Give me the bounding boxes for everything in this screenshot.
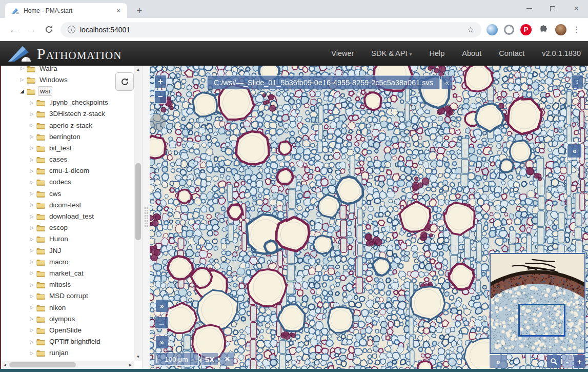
back-button[interactable]: ← bbox=[7, 23, 21, 37]
caret-collapsed-icon[interactable]: ▷ bbox=[28, 191, 35, 196]
tree-item-label[interactable]: wsi bbox=[38, 86, 52, 96]
caret-collapsed-icon[interactable]: ▷ bbox=[28, 350, 35, 356]
tree-item-label[interactable]: mitosis bbox=[48, 280, 72, 289]
extensions-puzzle-button[interactable] bbox=[538, 24, 549, 35]
forward-button[interactable]: → bbox=[24, 23, 38, 37]
overview-map[interactable] bbox=[490, 253, 585, 354]
scroll-up-icon[interactable]: ▲ bbox=[134, 66, 142, 73]
caret-collapsed-icon[interactable]: ▷ bbox=[28, 293, 35, 299]
profile-avatar[interactable] bbox=[555, 24, 566, 35]
window-maximize-button[interactable] bbox=[541, 0, 564, 17]
tree-item-windows[interactable]: ▷ Windows bbox=[1, 74, 134, 85]
site-info-icon[interactable]: i bbox=[68, 26, 75, 33]
horizontal-scroll-thumb[interactable] bbox=[9, 362, 76, 367]
tree-horizontal-scrollbar[interactable]: ◄ ► bbox=[1, 361, 134, 369]
caret-collapsed-icon[interactable]: ▷ bbox=[28, 168, 35, 173]
nav-item-help[interactable]: Help bbox=[429, 49, 444, 57]
tree-item-codecs[interactable]: ▷ codecs bbox=[1, 177, 134, 188]
tree-item-label[interactable]: Windows bbox=[38, 75, 69, 84]
scroll-left-icon[interactable]: ◄ bbox=[1, 363, 9, 367]
tree-item-label[interactable]: macro bbox=[48, 258, 70, 266]
pager-forward-button-2[interactable]: » bbox=[154, 334, 170, 350]
tree-item-berrington[interactable]: ▷ berrington bbox=[1, 131, 134, 142]
tree-item-label[interactable]: escop bbox=[48, 223, 69, 232]
tree-item-qptiff-brightfield[interactable]: ▷ QPTiff brightfield bbox=[1, 336, 134, 347]
tree-item-dicom-test[interactable]: ▷ dicom-test bbox=[1, 199, 134, 210]
caret-collapsed-icon[interactable]: ▷ bbox=[28, 316, 35, 321]
caret-collapsed-icon[interactable]: ▷ bbox=[28, 157, 35, 162]
tree-vertical-scrollbar[interactable]: ▲ ▼ bbox=[134, 66, 142, 361]
overview-zoom-out-button[interactable]: - bbox=[562, 355, 573, 368]
tree-item-escop[interactable]: ▷ escop bbox=[1, 222, 134, 233]
viewer-zoom-in-button[interactable]: + bbox=[154, 75, 167, 88]
bookmark-star-icon[interactable]: ☆ bbox=[467, 25, 474, 34]
tree-item-nikon[interactable]: ▷ nikon bbox=[1, 302, 134, 313]
caret-collapsed-icon[interactable]: ▷ bbox=[28, 282, 35, 287]
refresh-button[interactable] bbox=[42, 23, 56, 37]
tree-item-macro[interactable]: ▷ macro bbox=[1, 256, 134, 267]
browser-tab[interactable]: Home - PMA.start × bbox=[5, 3, 127, 18]
viewport-rectangle[interactable] bbox=[518, 304, 565, 337]
collapse-panel-button[interactable]: « bbox=[566, 142, 583, 160]
caret-collapsed-icon[interactable]: ▷ bbox=[28, 123, 35, 128]
tree-item-download-test[interactable]: ▷ download_test bbox=[1, 210, 134, 222]
panel-splitter[interactable] bbox=[142, 66, 150, 369]
tree-item--ipynb-checkpoints[interactable]: ▷ .ipynb_checkpoints bbox=[1, 97, 134, 108]
nav-item-contact[interactable]: Contact bbox=[499, 49, 524, 57]
tree-item-cases[interactable]: ▷ cases bbox=[1, 154, 134, 165]
caret-collapsed-icon[interactable]: ▷ bbox=[28, 100, 35, 105]
vertical-scroll-thumb[interactable] bbox=[135, 163, 141, 240]
scroll-down-icon[interactable]: ▼ bbox=[134, 353, 142, 361]
caret-collapsed-icon[interactable]: ▷ bbox=[28, 248, 35, 253]
viewer-zoom-out-button[interactable]: − bbox=[154, 90, 167, 104]
caret-collapsed-icon[interactable]: ▷ bbox=[28, 270, 35, 276]
tree-item-wsi[interactable]: ◢ wsi bbox=[1, 85, 134, 96]
tree-item-walra[interactable]: ▷ Walra bbox=[1, 66, 134, 74]
tree-item-label[interactable]: JNJ bbox=[48, 246, 63, 255]
caret-collapsed-icon[interactable]: ▷ bbox=[28, 111, 35, 116]
window-close-button[interactable]: × bbox=[564, 0, 588, 17]
tree-item-label[interactable]: download_test bbox=[48, 212, 95, 221]
tree-item-bif-test[interactable]: ▷ bif_test bbox=[1, 142, 134, 153]
tree-item-label[interactable]: dicom-test bbox=[48, 201, 83, 209]
pager-forward-button[interactable]: » bbox=[154, 298, 170, 314]
tree-item-label[interactable]: aperio z-stack bbox=[48, 121, 94, 130]
fit-vertical-button[interactable]: ↕ bbox=[571, 75, 583, 88]
tree-item-3dhistech-z-stack[interactable]: ▷ 3DHistech z-stack bbox=[1, 108, 134, 120]
tree-item-mitosis[interactable]: ▷ mitosis bbox=[1, 279, 134, 290]
tree-item-huron[interactable]: ▷ Huron bbox=[1, 233, 134, 245]
caret-collapsed-icon[interactable]: ▷ bbox=[28, 134, 35, 139]
overview-zoom-in-button[interactable]: + bbox=[574, 355, 585, 368]
tree-item-cmu-1-dicom[interactable]: ▷ cmu-1-dicom bbox=[1, 165, 134, 177]
extension-swirl-icon[interactable] bbox=[486, 24, 498, 35]
caret-collapsed-icon[interactable]: ▷ bbox=[28, 225, 35, 230]
collapse-title-button[interactable]: « bbox=[441, 75, 453, 89]
tree-item-label[interactable]: olympus bbox=[48, 315, 76, 323]
tree-item-label[interactable]: runjan bbox=[48, 348, 70, 357]
caret-collapsed-icon[interactable]: ▷ bbox=[18, 77, 26, 82]
pinterest-extension-icon[interactable]: P bbox=[520, 24, 532, 35]
caret-collapsed-icon[interactable]: ▷ bbox=[18, 66, 26, 71]
tree-item-jnj[interactable]: ▷ JNJ bbox=[1, 245, 134, 256]
new-tab-button[interactable]: + bbox=[133, 5, 146, 17]
tree-item-label[interactable]: market_cat bbox=[48, 269, 85, 278]
caret-expanded-icon[interactable]: ◢ bbox=[18, 88, 26, 94]
tree-item-label[interactable]: 3DHistech z-stack bbox=[48, 109, 107, 118]
caret-collapsed-icon[interactable]: ▷ bbox=[28, 145, 35, 150]
tree-item-label[interactable]: .ipynb_checkpoints bbox=[48, 98, 110, 107]
tree-item-openslide[interactable]: ▷ OpenSlide bbox=[1, 324, 134, 336]
overview-expand-button[interactable]: » bbox=[490, 355, 507, 368]
tree-item-runjan[interactable]: ▷ runjan bbox=[1, 347, 134, 359]
tree-item-market-cat[interactable]: ▷ market_cat bbox=[1, 267, 134, 279]
tree-item-cws[interactable]: ▷ cws bbox=[1, 188, 134, 199]
tree-item-label[interactable]: cws bbox=[48, 189, 63, 198]
tree-item-label[interactable]: bif_test bbox=[48, 144, 73, 152]
caret-collapsed-icon[interactable]: ▷ bbox=[28, 327, 35, 332]
nav-item-sdk-api[interactable]: SDK & API▾ bbox=[371, 49, 412, 57]
overview-magnifier-button[interactable] bbox=[547, 355, 561, 368]
caret-collapsed-icon[interactable]: ▷ bbox=[28, 180, 35, 185]
pan-back-button[interactable]: ← bbox=[155, 317, 169, 329]
tab-close-icon[interactable]: × bbox=[114, 6, 123, 15]
tree-item-aperio-z-stack[interactable]: ▷ aperio z-stack bbox=[1, 120, 134, 131]
scalebar-close-button[interactable]: × bbox=[220, 353, 234, 366]
